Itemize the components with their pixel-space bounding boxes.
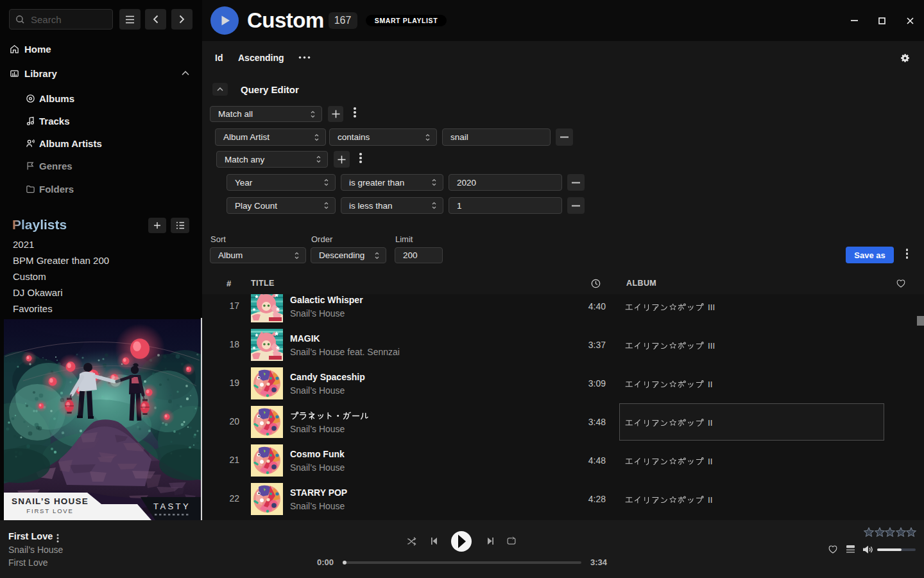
svg-text:TASTY: TASTY (153, 502, 191, 511)
svg-text:FIRST LOVE: FIRST LOVE (26, 507, 73, 514)
svg-text:SNAIL’S HOUSE: SNAIL’S HOUSE (12, 496, 89, 506)
